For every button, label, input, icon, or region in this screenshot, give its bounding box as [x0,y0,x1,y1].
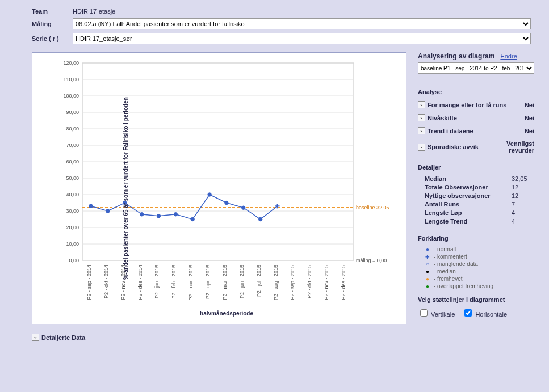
detail-value: 32,05 [512,175,534,182]
y-axis-label: %-andel pasienter over 65 år som er vurd… [123,97,129,280]
legend-label: - overlappet fremheving [434,283,493,289]
baseline-select[interactable]: baseline P1 - sep - 2014 to P2 - feb - 2… [418,62,534,74]
svg-text:60,00: 60,00 [66,159,79,165]
analysis-item[interactable]: ⌄Sporadiske avvikVennligst revurder [418,140,534,154]
svg-text:P2 - feb - 2015: P2 - feb - 2015 [171,265,177,299]
analysis-heading: Analyse [418,88,534,95]
svg-text:100,00: 100,00 [63,93,79,99]
chart-container: %-andel pasienter over 65 år som er vurd… [32,52,406,324]
svg-text:40,00: 40,00 [66,192,79,197]
detailed-data-toggle[interactable]: ⌄ Detaljerte Data [32,334,406,341]
detail-label: Totale Observasjoner [425,184,512,191]
analysis-value: Nei [525,102,534,108]
detail-value: 12 [512,192,534,199]
detail-label: Lengste Trend [425,218,512,225]
legend-marker-icon [425,268,430,275]
svg-text:måling = 0,00: måling = 0,00 [356,258,387,263]
svg-text:20,00: 20,00 [66,225,79,230]
legend-label: - normalt [434,246,456,252]
svg-point-33 [140,213,143,216]
detail-label: Nyttige observasjoner [425,192,512,199]
svg-point-34 [157,214,160,218]
legend-item: - overlappet fremheving [425,283,534,289]
detail-value: 4 [512,209,534,216]
detail-row: Median32,05 [425,175,534,182]
legend-item: - fremhevet [425,276,534,282]
detail-value: 12 [512,184,534,191]
detail-row: Lengste Trend4 [425,218,534,225]
analysis-value: Nei [525,128,534,134]
legend-item: - kommentert [425,254,534,260]
analysis-value: Nei [525,115,534,121]
run-chart: 0,0010,0020,0030,0040,0050,0060,0070,008… [55,60,396,309]
svg-text:P2 - jun - 2015: P2 - jun - 2015 [239,265,245,298]
detail-value: 4 [512,218,534,225]
analysis-item[interactable]: ⌄For mange eller for få runsNei [418,101,534,108]
svg-text:P2 - des - 2015: P2 - des - 2015 [341,265,346,300]
legend-label: - fremhevet [434,276,463,282]
svg-text:120,00: 120,00 [63,60,79,66]
svg-text:P2 - sep - 2015: P2 - sep - 2015 [290,265,295,300]
svg-text:P2 - aug - 2015: P2 - aug - 2015 [273,265,279,300]
svg-text:30,00: 30,00 [66,208,79,214]
serie-select[interactable]: HDIR 17_etasje_sør [73,33,531,44]
measure-select[interactable]: 06.02.a (NY) Fall: Andel pasienter som e… [73,18,531,29]
svg-text:P2 - okt - 2015: P2 - okt - 2015 [307,265,312,298]
grid-horizontal-checkbox[interactable] [464,309,472,317]
svg-point-35 [174,213,177,216]
svg-text:P2 - des - 2014: P2 - des - 2014 [137,265,143,300]
svg-point-37 [208,193,211,196]
svg-text:80,00: 80,00 [66,126,79,132]
analysis-label: Sporadiske avvik [428,144,489,150]
measure-label: Måling [32,20,73,27]
detail-row: Nyttige observasjoner12 [425,192,534,199]
analysis-item[interactable]: ⌄NivåskifteNei [418,114,534,121]
legend-label: - kommentert [434,254,467,260]
legend-marker-icon [425,283,430,289]
svg-text:50,00: 50,00 [66,175,79,181]
x-axis-label: halvmånedsperiode [55,310,398,317]
legend-marker-icon [425,246,430,252]
svg-text:P2 - mai - 2015: P2 - mai - 2015 [222,265,228,300]
svg-text:P2 - apr - 2015: P2 - apr - 2015 [205,265,211,299]
edit-link[interactable]: Endre [500,53,517,60]
analysis-label: Nivåskifte [428,115,525,121]
chevron-down-icon: ⌄ [418,127,425,134]
svg-text:110,00: 110,00 [63,77,79,82]
svg-text:90,00: 90,00 [66,109,79,115]
legend-label: - median [434,268,456,275]
svg-text:70,00: 70,00 [66,142,79,148]
team-value: HDIR 17-etasje [73,8,115,15]
detail-label: Median [425,175,512,182]
svg-text:P2 - mar - 2015: P2 - mar - 2015 [188,265,194,301]
grid-vertical-option[interactable]: Vertikale [418,311,456,318]
svg-point-38 [225,201,228,204]
legend-item: - median [425,268,534,275]
grid-horizontal-option[interactable]: Horisontale [462,311,507,318]
svg-text:P2 - sep - 2014: P2 - sep - 2014 [86,265,92,300]
svg-point-39 [242,206,245,209]
grid-vertical-checkbox[interactable] [420,309,428,317]
analysis-item[interactable]: ⌄Trend i dataeneNei [418,127,534,134]
legend-marker-icon [425,254,430,260]
team-label: Team [32,8,73,15]
analysis-value: Vennligst revurder [489,140,534,154]
detail-row: Antall Runs7 [425,201,534,208]
legend-item: - normalt [425,246,534,252]
svg-point-31 [106,209,110,213]
analysis-title: Analysering av diagram [418,52,494,60]
detail-row: Lengste Løp4 [425,209,534,216]
legend-heading: Forklaring [418,235,534,242]
svg-text:P2 - jul - 2015: P2 - jul - 2015 [256,265,262,297]
chevron-down-icon: ⌄ [418,101,425,108]
chevron-down-icon: ⌄ [418,114,425,121]
detail-value: 7 [512,201,534,208]
svg-text:10,00: 10,00 [66,241,79,247]
analysis-label: Trend i dataene [428,128,525,134]
legend-label: - manglende data [434,261,478,267]
gridlines-heading: Velg støttelinjer i diagrammet [418,296,534,303]
detail-label: Antall Runs [425,201,512,208]
svg-text:P2 - nov - 2015: P2 - nov - 2015 [324,265,329,300]
detail-label: Lengste Løp [425,209,512,216]
svg-point-36 [191,217,194,221]
